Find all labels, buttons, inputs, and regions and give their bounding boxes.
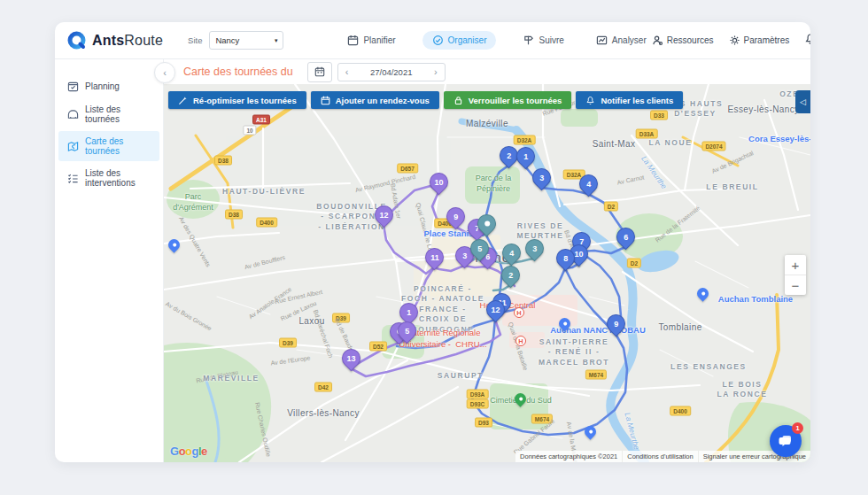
chevron-down-icon: ▾	[275, 37, 278, 44]
checklist-icon	[67, 173, 79, 184]
map-base	[164, 84, 810, 462]
logo-text: AntsRoute	[92, 33, 163, 49]
chat-widget-button[interactable]: 1	[770, 425, 802, 457]
bell-icon	[585, 96, 595, 105]
top-navbar: AntsRoute Site Nancy ▾ Planifier Organis…	[55, 22, 810, 59]
antsroute-logo-icon	[67, 31, 86, 50]
add-appointment-button[interactable]: Ajouter un rendez-vous	[311, 91, 439, 109]
tab-analyser[interactable]: Analyser	[591, 31, 652, 50]
google-logo: Google	[170, 445, 207, 458]
tab-suivre[interactable]: Suivre	[517, 31, 569, 50]
site-label: Site	[188, 35, 202, 45]
calendar-picker-button[interactable]	[307, 62, 332, 82]
tab-planifier[interactable]: Planifier	[342, 31, 400, 50]
map-attribution: Données cartographiques ©2021 Conditions…	[515, 451, 810, 462]
left-sidebar: Planning Liste des tournées Carte des to…	[55, 59, 164, 462]
reoptimize-routes-button[interactable]: Ré-optimiser les tournées	[168, 91, 306, 109]
calendar-icon	[347, 35, 359, 46]
collapse-panel-button[interactable]: ◁	[795, 90, 810, 113]
antsroute-logo[interactable]: AntsRoute	[67, 31, 163, 50]
map-toolbar: Ré-optimiser les tournées Ajouter un ren…	[168, 91, 683, 109]
notifications-button[interactable]: 6	[804, 33, 810, 49]
person-gear-icon	[652, 35, 663, 46]
current-date: 27/04/2021	[370, 67, 413, 77]
sidebar-item-liste-des-interventions[interactable]: Liste des interventions	[58, 163, 159, 193]
signpost-icon	[523, 35, 534, 46]
van-icon	[67, 109, 79, 120]
chart-icon	[596, 35, 608, 46]
map-canvas[interactable]: A3110D657D400D32AD32AD33D33AD2074D38D38D…	[164, 84, 810, 462]
map-zoom-control: + −	[785, 255, 806, 295]
wand-icon	[178, 96, 188, 105]
previous-day-button[interactable]: ‹	[345, 66, 349, 77]
page-title: Carte des tournées du	[183, 66, 293, 78]
zoom-out-button[interactable]: −	[785, 275, 806, 295]
datebar-back-button[interactable]: ‹	[154, 62, 175, 83]
calendar-check-icon	[67, 81, 79, 92]
sidebar-item-planning[interactable]: Planning	[58, 75, 159, 97]
calendar-icon	[321, 96, 330, 105]
date-navigator: ‹ 27/04/2021 ›	[337, 63, 446, 81]
lock-icon	[453, 96, 463, 105]
main-tabs: Planifier Organiser Suivre Analyser	[342, 31, 651, 50]
optimize-icon	[432, 35, 444, 46]
resources-button[interactable]: Ressources	[652, 35, 714, 46]
tab-organiser[interactable]: Organiser	[422, 31, 497, 50]
lock-routes-button[interactable]: Verrouiller les tournées	[444, 91, 572, 109]
gear-icon	[729, 35, 740, 46]
sidebar-item-carte-des-tournees[interactable]: Carte des tournées	[58, 131, 159, 161]
attribution-copyright: Données cartographiques ©2021	[515, 451, 622, 462]
next-day-button[interactable]: ›	[434, 66, 438, 77]
map-route-icon	[67, 141, 79, 152]
chat-badge: 1	[792, 422, 803, 434]
chat-icon	[778, 433, 794, 449]
settings-button[interactable]: Paramètres	[729, 35, 790, 46]
date-bar: ‹ Carte des tournées du ‹ 27/04/2021 ›	[164, 59, 810, 84]
sidebar-item-liste-des-tournees[interactable]: Liste des tournées	[58, 99, 159, 129]
zoom-in-button[interactable]: +	[785, 255, 806, 275]
bell-icon	[804, 33, 810, 45]
attribution-terms-link[interactable]: Conditions d'utilisation	[623, 451, 697, 462]
site-select[interactable]: Nancy ▾	[209, 31, 283, 50]
notify-clients-button[interactable]: Notifier les clients	[576, 91, 683, 109]
app-window: AntsRoute Site Nancy ▾ Planifier Organis…	[55, 22, 810, 462]
calendar-icon	[314, 66, 325, 77]
